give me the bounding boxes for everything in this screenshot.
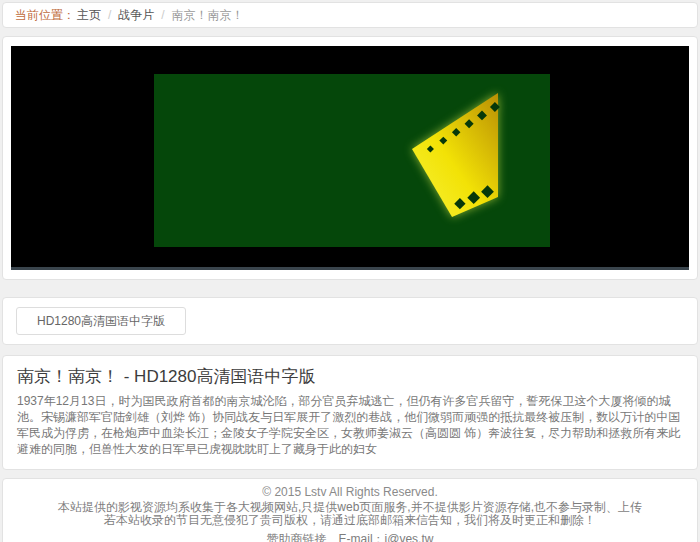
disclaimer-line-2: 若本站收录的节目无意侵犯了贵司版权，请通过底部邮箱来信告知，我们将及时更正和删除… <box>13 514 687 527</box>
movie-title: 南京！南京！ - HD1280高清国语中字版 <box>17 366 683 388</box>
episode-list-panel: HD1280高清国语中字版 <box>2 297 698 345</box>
player-panel <box>2 36 698 280</box>
site-footer: © 2015 Lstv All Rights Reserved. 本站提供的影视… <box>2 478 698 542</box>
copyright-text: © 2015 Lstv All Rights Reserved. <box>13 485 687 499</box>
sponsor-link[interactable]: 赞助商链接 <box>267 532 327 542</box>
footer-contact-row: 赞助商链接E-mail：i@ves.tw <box>13 531 687 542</box>
breadcrumb-separator: / <box>161 8 164 22</box>
breadcrumb-label: 当前位置： <box>15 8 75 22</box>
movie-description: 1937年12月13日，时为国民政府首都的南京城沦陷，部分官员弃城逃亡，但仍有许… <box>17 393 683 457</box>
breadcrumb: 当前位置：主页/战争片/南京！南京！ <box>2 2 698 28</box>
film-strip-icon <box>408 91 500 227</box>
episode-button-hd1280[interactable]: HD1280高清国语中字版 <box>16 307 186 335</box>
breadcrumb-separator: / <box>108 8 111 22</box>
breadcrumb-link-category[interactable]: 战争片 <box>118 8 154 22</box>
breadcrumb-link-home[interactable]: 主页 <box>77 8 101 22</box>
video-player[interactable] <box>11 46 689 270</box>
player-control-bar[interactable] <box>11 267 689 270</box>
movie-detail-panel: 南京！南京！ - HD1280高清国语中字版 1937年12月13日，时为国民政… <box>2 355 698 470</box>
breadcrumb-current-page: 南京！南京！ <box>172 8 244 22</box>
contact-email[interactable]: E-mail：i@ves.tw <box>339 532 434 542</box>
player-screen <box>154 74 550 247</box>
